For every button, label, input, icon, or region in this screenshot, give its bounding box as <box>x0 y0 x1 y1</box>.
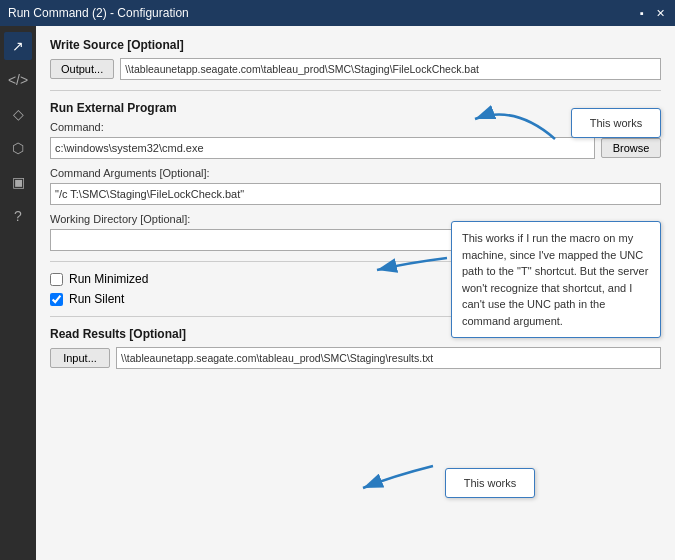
annotation-3-text: This works <box>464 477 517 489</box>
sidebar: ↗ </> ◇ ⬡ ▣ ? <box>0 26 36 560</box>
sidebar-icon-box[interactable]: ▣ <box>4 168 32 196</box>
input-path-field[interactable] <box>116 347 661 369</box>
arrow-2 <box>367 248 457 288</box>
arrow-3 <box>353 456 453 506</box>
browse-button[interactable]: Browse <box>601 138 661 158</box>
window-title: Run Command (2) - Configuration <box>8 6 189 20</box>
command-args-row <box>50 183 661 205</box>
sidebar-icon-arrow[interactable]: ↗ <box>4 32 32 60</box>
output-button[interactable]: Output... <box>50 59 114 79</box>
content-area: Write Source [Optional] Output... Run Ex… <box>36 26 675 560</box>
run-silent-label: Run Silent <box>69 292 124 306</box>
annotation-1-text: This works <box>590 117 643 129</box>
command-args-label: Command Arguments [Optional]: <box>50 167 661 179</box>
write-source-section: Write Source [Optional] Output... <box>50 38 661 80</box>
command-args-field[interactable] <box>50 183 661 205</box>
close-button[interactable]: ✕ <box>653 6 667 20</box>
main-container: ↗ </> ◇ ⬡ ▣ ? Write Source [Optional] Ou… <box>0 26 675 560</box>
annotation-bubble-2: This works if I run the macro on my mach… <box>451 221 661 338</box>
command-row: Browse <box>50 137 661 159</box>
sidebar-icon-code[interactable]: </> <box>4 66 32 94</box>
arrow-1 <box>465 94 565 154</box>
sidebar-icon-diamond[interactable]: ◇ <box>4 100 32 128</box>
command-label: Command: <box>50 121 661 133</box>
run-minimized-checkbox[interactable] <box>50 273 63 286</box>
separator-1 <box>50 90 661 91</box>
pin-button[interactable]: ▪ <box>635 6 649 20</box>
sidebar-icon-help[interactable]: ? <box>4 202 32 230</box>
sidebar-icon-tag[interactable]: ⬡ <box>4 134 32 162</box>
annotation-bubble-3: This works <box>445 468 535 498</box>
run-minimized-label: Run Minimized <box>69 272 148 286</box>
write-source-row: Output... <box>50 58 661 80</box>
write-source-label: Write Source [Optional] <box>50 38 661 52</box>
output-path-field[interactable] <box>120 58 661 80</box>
title-bar: Run Command (2) - Configuration ▪ ✕ <box>0 0 675 26</box>
annotation-bubble-1: This works <box>571 108 661 138</box>
run-silent-checkbox[interactable] <box>50 293 63 306</box>
read-results-row: Input... <box>50 347 661 369</box>
run-external-label: Run External Program <box>50 101 661 115</box>
annotation-2-text: This works if I run the macro on my mach… <box>462 232 648 327</box>
title-bar-controls: ▪ ✕ <box>635 6 667 20</box>
input-button[interactable]: Input... <box>50 348 110 368</box>
